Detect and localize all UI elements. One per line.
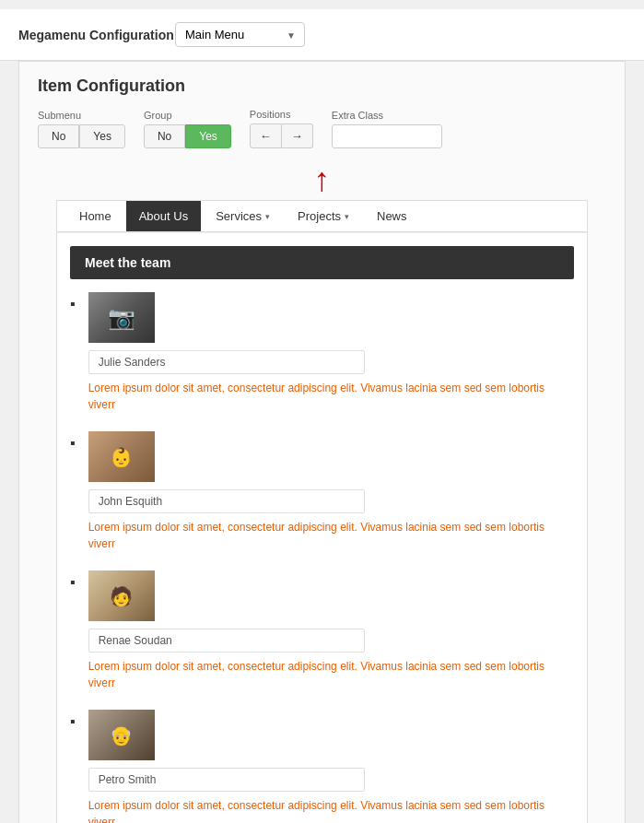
group-label: Group: [144, 110, 231, 121]
extra-class-label: Extra Class: [332, 110, 442, 121]
menu-selector[interactable]: Main Menu Secondary Menu Footer Menu ▼: [175, 22, 305, 47]
extra-class-field: Extra Class: [332, 110, 442, 148]
team-item-content: Renae Soudan Lorem ipsum dolor sit amet,…: [88, 570, 574, 691]
submenu-field: Submenu No Yes: [38, 110, 125, 148]
positions-label: Positions: [250, 109, 313, 120]
positions-right-button[interactable]: →: [282, 123, 313, 148]
submenu-yes-button[interactable]: Yes: [79, 124, 125, 148]
team-item-content: John Esquith Lorem ipsum dolor sit amet,…: [88, 431, 574, 552]
team-list: ▪ Julie Sanders Lorem ipsum dolor sit am…: [57, 292, 587, 823]
bullet-icon: ▪: [70, 296, 76, 312]
team-photo-1: [88, 292, 155, 343]
team-item: ▪ Renae Soudan Lorem ipsum dolor sit ame…: [70, 570, 574, 691]
submenu-label: Submenu: [38, 110, 125, 121]
positions-left-button[interactable]: ←: [250, 123, 282, 148]
nav-item-projects[interactable]: Projects ▾: [285, 201, 362, 231]
team-name-4: Petro Smith: [88, 768, 365, 792]
item-config-title: Item Configuration: [38, 76, 606, 96]
team-photo-4: [88, 710, 155, 760]
team-item-content: Petro Smith Lorem ipsum dolor sit amet, …: [88, 710, 574, 823]
positions-arrows: ← →: [250, 123, 313, 148]
red-arrow-icon: ↑: [314, 163, 331, 200]
bullet-icon: ▪: [70, 574, 76, 591]
nav-item-home[interactable]: Home: [66, 201, 124, 231]
team-desc-2: Lorem ipsum dolor sit amet, consectetur …: [88, 519, 574, 552]
group-field: Group No Yes: [144, 110, 231, 148]
group-no-button[interactable]: No: [144, 124, 185, 148]
team-desc-3: Lorem ipsum dolor sit amet, consectetur …: [88, 658, 574, 691]
group-yes-button[interactable]: Yes: [185, 124, 231, 148]
team-desc-1: Lorem ipsum dolor sit amet, consectetur …: [88, 380, 574, 413]
page-title: Megamenu Configuration: [18, 28, 175, 42]
team-item: ▪ Julie Sanders Lorem ipsum dolor sit am…: [70, 292, 574, 413]
team-name-2: John Esquith: [88, 489, 365, 513]
nav-item-services[interactable]: Services ▾: [203, 201, 283, 231]
megamenu-header: Meet the team: [70, 246, 574, 279]
item-config-panel: Item Configuration Submenu No Yes Group …: [18, 61, 626, 823]
extra-class-input[interactable]: [332, 124, 442, 148]
team-photo-2: [88, 431, 155, 482]
nav-item-news[interactable]: News: [364, 201, 420, 231]
team-item-content: Julie Sanders Lorem ipsum dolor sit amet…: [88, 292, 574, 413]
chevron-down-icon: ▾: [265, 212, 270, 221]
nav-item-about[interactable]: About Us: [126, 201, 201, 231]
submenu-no-button[interactable]: No: [38, 124, 79, 148]
nav-bar: Home About Us Services ▾ Projects ▾ News: [57, 201, 587, 232]
arrow-indicator: ↑: [38, 163, 606, 200]
chevron-down-icon: ▾: [345, 212, 349, 221]
submenu-toggle: No Yes: [38, 124, 125, 148]
team-name-3: Renae Soudan: [88, 629, 365, 653]
team-photo-3: [88, 570, 155, 621]
group-toggle: No Yes: [144, 124, 231, 148]
team-item: ▪ Petro Smith Lorem ipsum dolor sit amet…: [70, 710, 574, 823]
team-desc-4: Lorem ipsum dolor sit amet, consectetur …: [88, 797, 574, 823]
megamenu-dropdown: Meet the team ▪ Julie Sanders Lorem ipsu…: [57, 232, 587, 823]
team-name-1: Julie Sanders: [88, 350, 365, 374]
config-row: Submenu No Yes Group No Yes Positions ←: [38, 109, 606, 148]
team-item: ▪ John Esquith Lorem ipsum dolor sit ame…: [70, 431, 574, 552]
menu-select-input[interactable]: Main Menu Secondary Menu Footer Menu: [175, 22, 305, 47]
megamenu-preview: Home About Us Services ▾ Projects ▾ News…: [56, 200, 588, 823]
bullet-icon: ▪: [70, 713, 76, 730]
positions-field: Positions ← →: [250, 109, 313, 148]
bullet-icon: ▪: [70, 435, 76, 452]
